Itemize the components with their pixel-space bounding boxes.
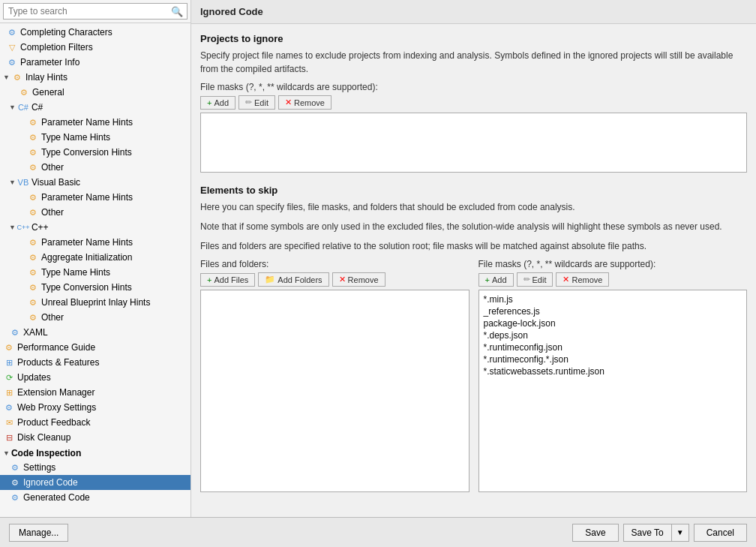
- save-to-dropdown[interactable]: ▼: [671, 524, 689, 542]
- vb-icon: VB: [17, 176, 29, 188]
- sidebar-item-disk-cleanup[interactable]: ⊟ Disk Cleanup: [0, 430, 190, 445]
- add-files-button[interactable]: + Add Files: [200, 273, 255, 287]
- remove-icon: ✕: [285, 98, 292, 107]
- general-label: General: [32, 87, 64, 98]
- mask-item: *.runtimeconfig.*.json: [482, 353, 744, 365]
- sidebar-item-type-conv-hints-cs[interactable]: ⚙ Type Conversion Hints: [0, 145, 190, 160]
- sidebar-item-xaml[interactable]: ⚙ XAML: [0, 325, 190, 340]
- mask-item: *.runtimeconfig.json: [482, 341, 744, 353]
- sidebar-item-visual-basic[interactable]: ▼ VB Visual Basic: [0, 175, 190, 190]
- unreal-blueprint-label: Unreal Blueprint Inlay Hints: [41, 297, 150, 308]
- mask-item: *.min.js: [482, 293, 744, 305]
- sidebar-item-generated-code[interactable]: ⚙ Generated Code: [0, 490, 190, 505]
- completing-characters-label: Completing Characters: [20, 27, 112, 38]
- settings-label: Settings: [23, 462, 56, 473]
- completion-filters-label: Completion Filters: [20, 42, 93, 53]
- sidebar-item-other-vb[interactable]: ⚙ Other: [0, 205, 190, 220]
- mask-item: *.staticwebassets.runtime.json: [482, 365, 744, 377]
- generated-code-label: Generated Code: [23, 492, 90, 503]
- sidebar-item-other-cs[interactable]: ⚙ Other: [0, 160, 190, 175]
- sidebar-item-inlay-hints[interactable]: ▼ ⚙ Inlay Hints: [0, 70, 190, 85]
- sidebar-item-parameter-info[interactable]: ⚙ Parameter Info: [0, 55, 190, 70]
- elements-desc1: Here you can specify files, file masks, …: [200, 200, 747, 214]
- sidebar-item-completing-characters[interactable]: ⚙ Completing Characters: [0, 25, 190, 40]
- aggregate-init-icon: ⚙: [27, 251, 39, 263]
- masks-col-label: File masks (?, *, ** wildcards are suppo…: [478, 259, 748, 269]
- settings-icon: ⚙: [9, 461, 21, 473]
- ignored-code-icon: ⚙: [9, 476, 21, 488]
- type-name-hints-cs-label: Type Name Hints: [41, 132, 110, 143]
- sidebar-item-param-name-hints-cpp[interactable]: ⚙ Parameter Name Hints: [0, 235, 190, 250]
- mask-item: package-lock.json: [482, 317, 744, 329]
- performance-guide-label: Performance Guide: [17, 342, 95, 353]
- remove-masks-button[interactable]: ✕ Remove: [556, 272, 609, 287]
- files-col: Files and folders: + Add Files 📁 Add Fol…: [200, 259, 470, 492]
- sidebar-item-settings[interactable]: ⚙ Settings: [0, 460, 190, 475]
- sidebar-item-completion-filters[interactable]: ▽ Completion Filters: [0, 40, 190, 55]
- sidebar-item-type-name-hints-cs[interactable]: ⚙ Type Name Hints: [0, 130, 190, 145]
- products-features-label: Products & Features: [17, 357, 99, 368]
- file-masks-list: *.min.js_references.jspackage-lock.json*…: [478, 290, 748, 492]
- sidebar-group-code-inspection[interactable]: ▼ Code Inspection: [0, 446, 190, 460]
- sidebar-item-ignored-code[interactable]: ⚙ Ignored Code: [0, 475, 190, 490]
- projects-heading: Projects to ignore: [200, 33, 747, 44]
- sidebar-item-updates[interactable]: ⟳ Updates: [0, 370, 190, 385]
- cancel-button[interactable]: Cancel: [694, 524, 747, 542]
- sidebar-item-type-name-hints-cpp[interactable]: ⚙ Type Name Hints: [0, 265, 190, 280]
- unreal-blueprint-icon: ⚙: [27, 296, 39, 308]
- type-conv-hints-cs-label: Type Conversion Hints: [41, 147, 132, 158]
- add-folders-button[interactable]: 📁 Add Folders: [258, 272, 328, 287]
- manage-button[interactable]: Manage...: [9, 524, 68, 542]
- product-feedback-icon: ✉: [3, 416, 15, 428]
- projects-add-button[interactable]: + Add: [200, 96, 236, 110]
- cpp-icon: C++: [17, 221, 29, 233]
- files-toolbar: + Add Files 📁 Add Folders ✕ Remove: [200, 272, 470, 287]
- sidebar-item-csharp[interactable]: ▼ C# C#: [0, 100, 190, 115]
- projects-edit-button[interactable]: ✏ Edit: [238, 95, 275, 110]
- add-mask-icon: +: [485, 275, 490, 284]
- save-button[interactable]: Save: [572, 524, 618, 542]
- completion-filters-icon: ▽: [6, 41, 18, 53]
- aggregate-init-label: Aggregate Initialization: [41, 252, 132, 263]
- inlay-hints-label: Inlay Hints: [26, 72, 68, 83]
- type-name-hints-cs-icon: ⚙: [27, 131, 39, 143]
- sidebar-item-web-proxy[interactable]: ⚙ Web Proxy Settings: [0, 400, 190, 415]
- sidebar-item-cpp[interactable]: ▼ C++ C++: [0, 220, 190, 235]
- param-name-hints-cs-icon: ⚙: [27, 116, 39, 128]
- other-cs-icon: ⚙: [27, 161, 39, 173]
- edit-masks-button[interactable]: ✏ Edit: [517, 272, 554, 287]
- footer-right: Save Save To ▼ Cancel: [572, 524, 747, 542]
- masks-toolbar: + Add ✏ Edit ✕ Remove: [478, 272, 748, 287]
- sidebar-item-param-name-hints-vb[interactable]: ⚙ Parameter Name Hints: [0, 190, 190, 205]
- vb-label: Visual Basic: [32, 177, 80, 188]
- sidebar-item-products-features[interactable]: ⊞ Products & Features: [0, 355, 190, 370]
- sidebar-item-general[interactable]: ⚙ General: [0, 85, 190, 100]
- remove-files-button[interactable]: ✕ Remove: [332, 272, 386, 287]
- main-panel: Ignored Code Projects to ignore Specify …: [191, 0, 756, 517]
- sidebar-item-performance-guide[interactable]: ⚙ Performance Guide: [0, 340, 190, 355]
- search-input[interactable]: [3, 3, 188, 20]
- web-proxy-label: Web Proxy Settings: [17, 402, 96, 413]
- projects-toolbar: + Add ✏ Edit ✕ Remove: [200, 95, 747, 110]
- other-cpp-icon: ⚙: [27, 311, 39, 323]
- csharp-label: C#: [32, 102, 43, 113]
- sidebar-item-param-name-hints-cs[interactable]: ⚙ Parameter Name Hints: [0, 115, 190, 130]
- sidebar-item-aggregate-init[interactable]: ⚙ Aggregate Initialization: [0, 250, 190, 265]
- sidebar-item-type-conv-hints-cpp[interactable]: ⚙ Type Conversion Hints: [0, 280, 190, 295]
- remove-files-icon: ✕: [339, 275, 346, 284]
- save-to-button[interactable]: Save To: [623, 524, 671, 542]
- updates-icon: ⟳: [3, 371, 15, 383]
- inlay-hints-triangle: ▼: [3, 74, 10, 81]
- panel-content: Projects to ignore Specify project file …: [191, 24, 756, 517]
- sidebar-item-unreal-blueprint[interactable]: ⚙ Unreal Blueprint Inlay Hints: [0, 295, 190, 310]
- sidebar-item-product-feedback[interactable]: ✉ Product Feedback: [0, 415, 190, 430]
- extension-manager-label: Extension Manager: [17, 387, 94, 398]
- inlay-hints-icon: ⚙: [11, 71, 23, 83]
- type-conv-hints-cpp-label: Type Conversion Hints: [41, 282, 132, 293]
- sidebar-item-other-cpp[interactable]: ⚙ Other: [0, 310, 190, 325]
- add-masks-button[interactable]: + Add: [478, 273, 514, 287]
- product-feedback-label: Product Feedback: [17, 417, 90, 428]
- elements-heading: Elements to skip: [200, 185, 747, 196]
- sidebar-item-extension-manager[interactable]: ⊞ Extension Manager: [0, 385, 190, 400]
- projects-remove-button[interactable]: ✕ Remove: [278, 95, 332, 110]
